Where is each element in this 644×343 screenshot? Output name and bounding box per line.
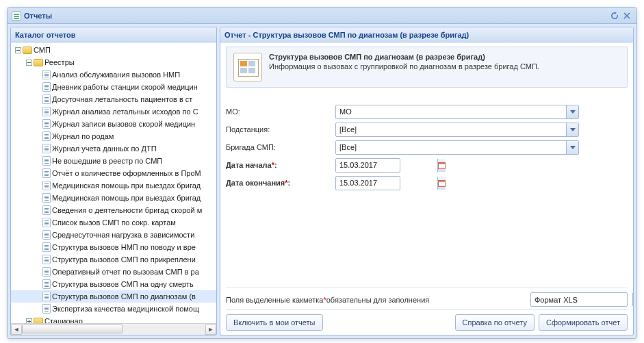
- tree-node[interactable]: Оперативный отчет по вызовам СМП в ра: [11, 266, 216, 278]
- scroll-track[interactable]: [22, 325, 205, 335]
- tree-node[interactable]: Досуточная летальность пациентов в ст: [11, 93, 216, 105]
- tree-node[interactable]: Не вошедшие в реестр по СМП: [11, 155, 216, 167]
- scroll-thumb[interactable]: [22, 325, 123, 333]
- tree-label: Оперативный отчет по вызовам СМП в ра: [52, 268, 199, 276]
- window-titlebar: Отчеты: [8, 8, 636, 24]
- document-icon: [42, 205, 51, 215]
- tree-label: Сведения о деятельности бригад скорой м: [52, 206, 202, 214]
- report-info-title: Структура вызовов СМП по диагнозам (в ра…: [269, 53, 539, 61]
- close-button[interactable]: [621, 10, 632, 21]
- document-icon: [42, 144, 51, 153]
- horizontal-scrollbar[interactable]: ◄ ►: [11, 323, 216, 335]
- report-large-icon: [233, 53, 262, 81]
- mo-trigger[interactable]: [566, 105, 578, 118]
- format-input[interactable]: [531, 293, 632, 306]
- report-info-box: Структура вызовов СМП по диагнозам (в ра…: [226, 47, 628, 88]
- chevron-down-icon: [570, 146, 576, 149]
- date-end-input[interactable]: [336, 177, 437, 190]
- catalog-panel: Каталог отчетов СМП Реестры Анализ обслу…: [10, 27, 217, 335]
- tree-node[interactable]: Структура вызовов СМП на одну смерть: [11, 278, 216, 290]
- brigade-combo[interactable]: [335, 140, 579, 155]
- scroll-right-arrow[interactable]: ►: [205, 325, 216, 335]
- tree-node[interactable]: Среднесуточная нагрузка в зависимости: [11, 229, 216, 241]
- tree-node[interactable]: Журнал анализа летальных исходов по С: [11, 105, 216, 118]
- folder-icon: [23, 47, 32, 54]
- report-form: МО: Подстанция: Бриг: [226, 103, 628, 192]
- tree-label: Анализ обслуживания вызовов НМП: [52, 71, 180, 79]
- mo-input[interactable]: [336, 105, 566, 118]
- brigade-trigger[interactable]: [566, 141, 578, 154]
- document-icon: [42, 218, 51, 227]
- reports-window: Отчеты Каталог отчетов СМП Реестры Анали…: [7, 7, 637, 339]
- brigade-input[interactable]: [336, 141, 566, 154]
- report-tree[interactable]: СМП Реестры Анализ обслуживания вызовов …: [11, 42, 216, 323]
- tree-label: Структура вызовов СМП по прикреплени: [52, 255, 196, 264]
- refresh-button[interactable]: [609, 10, 620, 21]
- document-icon: [42, 255, 51, 264]
- calendar-icon[interactable]: [437, 177, 446, 190]
- collapse-icon[interactable]: [26, 60, 32, 66]
- tree-label: Дневник работы станции скорой медицин: [52, 83, 198, 91]
- tree-node[interactable]: Сведения о деятельности бригад скорой м: [11, 204, 216, 216]
- tree-node[interactable]: Структура вызовов СМП по прикреплени: [11, 253, 216, 266]
- format-trigger[interactable]: [632, 293, 633, 306]
- substation-input[interactable]: [336, 123, 566, 136]
- tree-label: Экспертиза качества медицинской помощ: [52, 305, 199, 313]
- tree-label: Журнал записи вызовов скорой медицин: [52, 120, 195, 128]
- tree-node[interactable]: Медицинская помощь при выездах бригад: [11, 192, 216, 204]
- tree-label: Структура вызовов НМП по поводу и вре: [52, 243, 196, 251]
- document-icon: [42, 131, 51, 141]
- tree-node[interactable]: Дневник работы станции скорой медицин: [11, 81, 216, 93]
- date-start-input[interactable]: [336, 159, 437, 172]
- mo-combo[interactable]: [335, 105, 579, 119]
- tree-label: Журнал анализа летальных исходов по С: [52, 107, 198, 116]
- tree-node[interactable]: Список вызов СМП по сокр. картам: [11, 216, 216, 229]
- tree-label: Медицинская помощь при выездах бригад: [52, 194, 201, 202]
- chevron-down-icon: [570, 110, 576, 114]
- format-combo[interactable]: [530, 292, 628, 307]
- date-start-field[interactable]: [335, 158, 400, 173]
- document-icon: [42, 279, 51, 289]
- tree-node[interactable]: Отчёт о количестве оформленных в ПроМ: [11, 167, 216, 179]
- tree-label: СМП: [34, 46, 51, 54]
- tree-node[interactable]: Стационар: [11, 315, 216, 323]
- substation-trigger[interactable]: [566, 123, 578, 136]
- date-end-label: Дата окончания*:: [226, 179, 335, 187]
- tree-label: Не вошедшие в реестр по СМП: [52, 157, 162, 165]
- tree-node[interactable]: Журнал записи вызовов скорой медицин: [11, 118, 216, 130]
- document-icon: [42, 292, 51, 301]
- catalog-header: Каталог отчетов: [11, 27, 216, 42]
- scroll-left-arrow[interactable]: ◄: [11, 325, 22, 335]
- document-icon: [42, 230, 51, 240]
- required-hint: Поля выделенные как метка* обязательны д…: [226, 288, 628, 309]
- calendar-icon[interactable]: [437, 159, 446, 172]
- document-icon: [42, 304, 51, 314]
- generate-report-button[interactable]: Сформировать отчет: [539, 314, 628, 331]
- tree-node[interactable]: СМП: [11, 44, 216, 56]
- expand-icon[interactable]: [26, 318, 32, 324]
- tree-node[interactable]: Экспертиза качества медицинской помощ: [11, 303, 216, 315]
- svg-rect-1: [439, 162, 446, 164]
- tree-node[interactable]: Анализ обслуживания вызовов НМП: [11, 68, 216, 81]
- tree-node[interactable]: Журнал учета данных по ДТП: [11, 142, 216, 155]
- svg-rect-3: [439, 180, 446, 181]
- report-help-button[interactable]: Справка по отчету: [455, 314, 534, 331]
- report-panel: Отчет - Структура вызовов СМП по диагноз…: [220, 27, 634, 335]
- tree-node[interactable]: Структура вызовов НМП по поводу и вре: [11, 241, 216, 253]
- tree-node[interactable]: Журнал по родам: [11, 130, 216, 142]
- date-end-field[interactable]: [335, 176, 400, 190]
- report-info-description: Информация о вызовах с группировкой по д…: [269, 62, 539, 71]
- tree-label: Медицинская помощь при выездах бригад: [52, 181, 201, 190]
- tree-node[interactable]: Реестры: [11, 56, 216, 68]
- tree-node[interactable]: Медицинская помощь при выездах бригад: [11, 179, 216, 192]
- report-icon: [12, 11, 21, 21]
- document-icon: [42, 70, 51, 79]
- collapse-icon[interactable]: [15, 47, 21, 53]
- substation-label: Подстанция:: [226, 125, 335, 134]
- mo-label: МО:: [226, 107, 335, 116]
- add-to-my-reports-button[interactable]: Включить в мои отчеты: [226, 314, 323, 331]
- substation-combo[interactable]: [335, 123, 579, 137]
- document-icon: [42, 267, 51, 277]
- tree-node[interactable]: Структура вызовов СМП по диагнозам (в: [11, 290, 216, 303]
- document-icon: [42, 107, 51, 116]
